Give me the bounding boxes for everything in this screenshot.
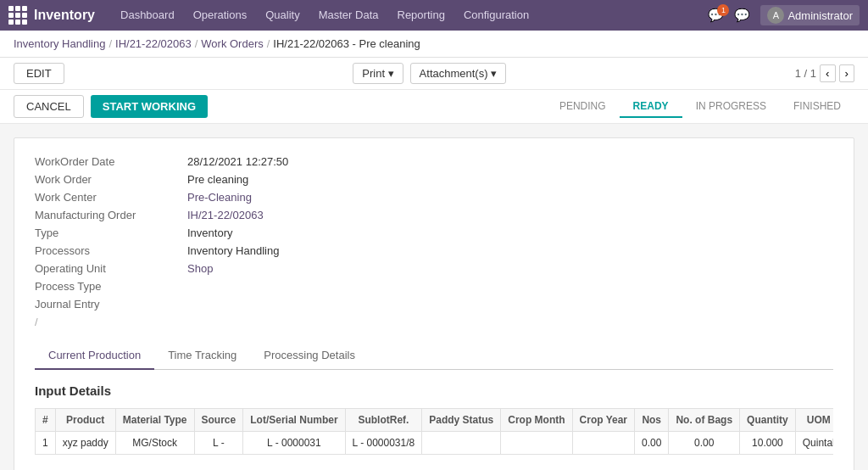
col-crop-year: Crop Year bbox=[572, 409, 634, 432]
slash-divider: / bbox=[35, 316, 833, 328]
label-type: Type bbox=[35, 227, 187, 239]
nav-reporting[interactable]: Reporting bbox=[389, 0, 453, 31]
status-in-progress[interactable]: IN PROGRESS bbox=[682, 96, 780, 118]
breadcrumb-current: IH/21-22/02063 - Pre cleaning bbox=[273, 37, 420, 50]
label-journal-entry: Journal Entry bbox=[35, 298, 187, 311]
sep3: / bbox=[267, 37, 270, 50]
col-quantity: Quantity bbox=[740, 409, 796, 432]
breadcrumb-work-orders[interactable]: Work Orders bbox=[201, 37, 263, 50]
breadcrumb: Inventory Handling / IH/21-22/02063 / Wo… bbox=[0, 31, 868, 58]
nav-configuration[interactable]: Configuration bbox=[455, 0, 537, 31]
action-bar-2-left: CANCEL START WORKING bbox=[14, 95, 208, 118]
main-nav-links: Dashboard Operations Quality Master Data… bbox=[112, 0, 708, 31]
col-crop-month: Crop Month bbox=[501, 409, 572, 432]
pager-next[interactable]: › bbox=[839, 64, 854, 82]
col-nos: Nos bbox=[635, 409, 669, 432]
col-no-of-bags: No. of Bags bbox=[669, 409, 740, 432]
pager-text: 1 / 1 bbox=[795, 67, 816, 80]
input-details-title: Input Details bbox=[35, 383, 833, 398]
attachment-button[interactable]: Attachment(s) ▾ bbox=[410, 63, 507, 84]
chat-icon[interactable]: 💬 bbox=[734, 8, 750, 23]
cell-crop-year bbox=[572, 432, 634, 455]
cell-sublot-ref: L - 0000031/8 bbox=[345, 432, 422, 455]
pager-prev[interactable]: ‹ bbox=[820, 64, 835, 82]
label-workorder-date: WorkOrder Date bbox=[35, 155, 187, 168]
field-manufacturing-order: Manufacturing Order IH/21-22/02063 bbox=[35, 209, 833, 221]
value-type: Inventory bbox=[187, 227, 232, 239]
value-work-center[interactable]: Pre-Cleaning bbox=[187, 191, 252, 204]
cell-quantity: 10.000 bbox=[740, 432, 796, 455]
edit-button[interactable]: EDIT bbox=[14, 63, 64, 84]
notification-badge: 1 bbox=[717, 4, 729, 16]
cell-nos: 0.00 bbox=[635, 432, 669, 455]
input-details-table: # Product Material Type Source Lot/Seria… bbox=[35, 408, 833, 455]
status-pending[interactable]: PENDING bbox=[546, 96, 620, 118]
col-product: Product bbox=[55, 409, 115, 432]
nav-right: 💬 1 💬 A Administrator bbox=[708, 5, 860, 25]
action-bar-1-right: 1 / 1 ‹ › bbox=[795, 64, 854, 82]
tab-time-tracking[interactable]: Time Tracking bbox=[154, 342, 250, 370]
status-ready[interactable]: READY bbox=[620, 96, 682, 118]
action-bar-1-left: EDIT bbox=[14, 63, 64, 84]
field-operating-unit: Operating Unit Shop bbox=[35, 262, 833, 275]
sep1: / bbox=[108, 37, 112, 50]
breadcrumb-inventory-handling[interactable]: Inventory Handling bbox=[14, 37, 105, 50]
field-work-center: Work Center Pre-Cleaning bbox=[35, 191, 833, 204]
label-operating-unit: Operating Unit bbox=[35, 262, 187, 275]
app-title: Inventory bbox=[34, 8, 95, 23]
status-finished[interactable]: FINISHED bbox=[780, 96, 854, 118]
value-processors: Inventory Handling bbox=[187, 244, 279, 257]
value-work-order: Pre cleaning bbox=[187, 173, 248, 186]
cell-no-of-bags: 0.00 bbox=[669, 432, 740, 455]
label-work-center: Work Center bbox=[35, 191, 187, 204]
col-lot-serial: Lot/Serial Number bbox=[243, 409, 345, 432]
cell-lot-serial: L - 0000031 bbox=[243, 432, 345, 455]
print-button[interactable]: Print ▾ bbox=[353, 63, 403, 84]
tab-processing-details[interactable]: Processing Details bbox=[250, 342, 369, 370]
value-operating-unit[interactable]: Shop bbox=[187, 262, 213, 275]
action-bar-1: EDIT Print ▾ Attachment(s) ▾ 1 / 1 ‹ › bbox=[0, 58, 868, 90]
notifications-icon[interactable]: 💬 1 bbox=[708, 8, 724, 23]
username: Administrator bbox=[787, 9, 853, 22]
cell-crop-month bbox=[501, 432, 572, 455]
main-content: WorkOrder Date 28/12/2021 12:27:50 Work … bbox=[0, 124, 868, 470]
cell-paddy-status bbox=[422, 432, 501, 455]
avatar: A bbox=[767, 7, 784, 24]
tab-current-production[interactable]: Current Production bbox=[35, 342, 154, 370]
pager: 1 / 1 ‹ › bbox=[795, 64, 854, 82]
label-manufacturing-order: Manufacturing Order bbox=[35, 209, 187, 221]
logo-area[interactable]: Inventory bbox=[8, 6, 95, 25]
col-source: Source bbox=[194, 409, 243, 432]
value-manufacturing-order[interactable]: IH/21-22/02063 bbox=[187, 209, 264, 221]
col-num: # bbox=[36, 409, 56, 432]
field-work-order: Work Order Pre cleaning bbox=[35, 173, 833, 186]
label-processors: Processors bbox=[35, 244, 187, 257]
label-process-type: Process Type bbox=[35, 280, 187, 293]
cell-source: L - bbox=[194, 432, 243, 455]
cell-material-type: MG/Stock bbox=[115, 432, 194, 455]
cell-num: 1 bbox=[36, 432, 56, 455]
sep2: / bbox=[195, 37, 198, 50]
user-menu[interactable]: A Administrator bbox=[760, 5, 860, 25]
col-paddy-status: Paddy Status bbox=[422, 409, 501, 432]
nav-dashboard[interactable]: Dashboard bbox=[112, 0, 183, 31]
nav-operations[interactable]: Operations bbox=[185, 0, 256, 31]
nav-quality[interactable]: Quality bbox=[257, 0, 308, 31]
col-sublot-ref: SublotRef. bbox=[345, 409, 422, 432]
status-bar: PENDING READY IN PROGRESS FINISHED bbox=[546, 96, 854, 118]
table-row: 1 xyz paddy MG/Stock L - L - 0000031 L -… bbox=[36, 432, 834, 455]
field-workorder-date: WorkOrder Date 28/12/2021 12:27:50 bbox=[35, 155, 833, 168]
label-work-order: Work Order bbox=[35, 173, 187, 186]
cell-uom: Quintal bbox=[795, 432, 833, 455]
nav-master-data[interactable]: Master Data bbox=[310, 0, 387, 31]
cell-product: xyz paddy bbox=[55, 432, 115, 455]
app-grid-icon bbox=[8, 6, 27, 25]
action-bar-2: CANCEL START WORKING PENDING READY IN PR… bbox=[0, 90, 868, 124]
field-process-type: Process Type bbox=[35, 280, 833, 293]
field-type: Type Inventory bbox=[35, 227, 833, 239]
cancel-button[interactable]: CANCEL bbox=[14, 95, 84, 118]
breadcrumb-work-order-id[interactable]: IH/21-22/02063 bbox=[115, 37, 192, 50]
field-journal-entry: Journal Entry bbox=[35, 298, 833, 311]
col-material-type: Material Type bbox=[115, 409, 194, 432]
start-working-button[interactable]: START WORKING bbox=[91, 95, 208, 118]
